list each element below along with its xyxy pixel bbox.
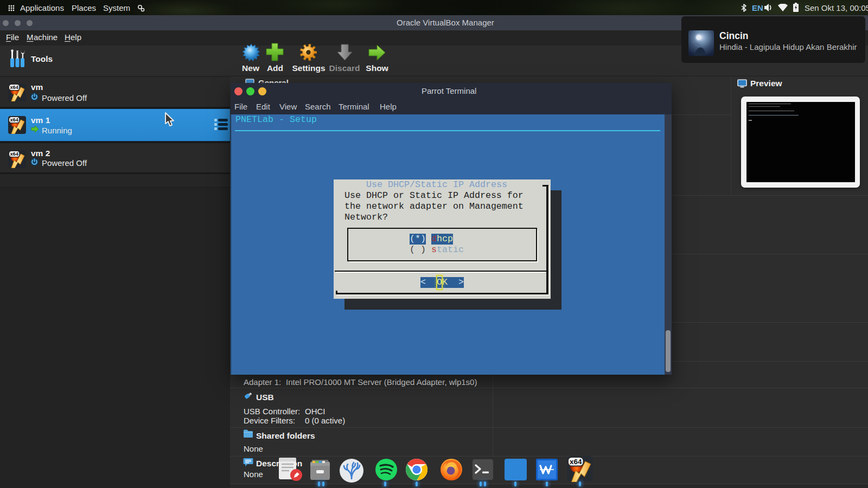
svg-text:x64: x64	[10, 117, 18, 123]
svg-text:x64: x64	[10, 85, 18, 90]
svg-text:x64: x64	[570, 458, 582, 466]
svg-text:x64: x64	[10, 151, 18, 157]
